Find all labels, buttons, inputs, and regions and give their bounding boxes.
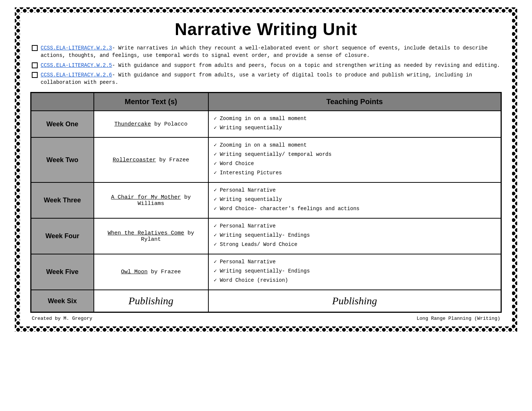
checkbox-1 [32, 45, 38, 51]
teaching-cell-2: ✓Personal Narrative✓Writing sequentially… [208, 182, 501, 218]
checkmark-icon: ✓ [214, 169, 217, 177]
standard-text-3: CCSS.ELA-LITERACY.W.2.6- With guidance a… [41, 71, 502, 86]
checkmark-icon: ✓ [214, 115, 217, 123]
mentor-cell-3: When the Relatives Come by Rylant [94, 218, 208, 254]
table-row: Week OneThundercake by Polacco✓Zooming i… [31, 111, 501, 137]
checkmark-icon: ✓ [214, 232, 217, 239]
teaching-point: ✓Writing sequentially [214, 196, 496, 203]
week-cell-4: Week Five [31, 254, 94, 290]
teaching-cell-publishing: Publishing [208, 290, 501, 312]
checkmark-icon: ✓ [214, 277, 217, 284]
header-teaching: Teaching Points [208, 93, 501, 111]
teaching-point: ✓Personal Narrative [214, 258, 496, 266]
mentor-cell-0: Thundercake by Polacco [94, 111, 208, 137]
checkmark-icon: ✓ [214, 124, 217, 132]
teaching-cell-1: ✓Zooming in on a small moment✓Writing se… [208, 137, 501, 182]
teaching-point: ✓Personal Narrative [214, 222, 496, 230]
table-row: Week ThreeA Chair for My Mother by Willi… [31, 182, 501, 218]
standard-link-2[interactable]: CCSS.ELA-LITERACY.W.2.5 [41, 62, 112, 68]
checkmark-icon: ✓ [214, 241, 217, 249]
standards-list: CCSS.ELA-LITERACY.W.2.3- Write narrative… [30, 44, 502, 86]
standard-item-2: CCSS.ELA-LITERACY.W.2.5- With guidance a… [32, 62, 502, 69]
checkbox-2 [32, 62, 38, 68]
teaching-point: ✓Strong Leads/ Word Choice [214, 241, 496, 249]
teaching-point: ✓Writing sequentially- Endings [214, 232, 496, 239]
week-cell-1: Week Two [31, 137, 94, 182]
table-row: Week TwoRollercoaster by Frazee✓Zooming … [31, 137, 501, 182]
standard-item-3: CCSS.ELA-LITERACY.W.2.6- With guidance a… [32, 71, 502, 86]
checkmark-icon: ✓ [214, 205, 217, 213]
mentor-cell-2: A Chair for My Mother by Williams [94, 182, 208, 218]
checkmark-icon: ✓ [214, 151, 217, 158]
teaching-cell-4: ✓Personal Narrative✓Writing sequentially… [208, 254, 501, 290]
footer-right: Long Range Planning (Writing) [417, 316, 500, 321]
week-cell-3: Week Four [31, 218, 94, 254]
checkmark-icon: ✓ [214, 141, 217, 149]
checkmark-icon: ✓ [214, 196, 217, 203]
standard-text-2: CCSS.ELA-LITERACY.W.2.5- With guidance a… [41, 62, 500, 69]
checkmark-icon: ✓ [214, 258, 217, 266]
table-row: Week FiveOwl Moon by Frazee✓Personal Nar… [31, 254, 501, 290]
teaching-cell-3: ✓Personal Narrative✓Writing sequentially… [208, 218, 501, 254]
standard-link-1[interactable]: CCSS.ELA-LITERACY.W.2.3 [41, 45, 112, 51]
teaching-cell-0: ✓Zooming in on a small moment✓Writing se… [208, 111, 501, 137]
standard-item-1: CCSS.ELA-LITERACY.W.2.3- Write narrative… [32, 44, 502, 59]
standard-text-1: CCSS.ELA-LITERACY.W.2.3- Write narrative… [41, 44, 502, 59]
main-table: Mentor Text (s) Teaching Points Week One… [30, 92, 502, 313]
table-row: Week FourWhen the Relatives Come by Ryla… [31, 218, 501, 254]
week-cell-5: Week Six [31, 290, 94, 312]
footer: Created by M. Gregory Long Range Plannin… [30, 316, 502, 321]
checkmark-icon: ✓ [214, 186, 217, 194]
mentor-cell-1: Rollercoaster by Frazee [94, 137, 208, 182]
inner-content: Narrative Writing Unit CCSS.ELA-LITERACY… [20, 13, 512, 326]
teaching-point: ✓Word Choice (revision) [214, 277, 496, 284]
mentor-cell-4: Owl Moon by Frazee [94, 254, 208, 290]
week-cell-2: Week Three [31, 182, 94, 218]
table-header-row: Mentor Text (s) Teaching Points [31, 93, 501, 111]
mentor-title-2: A Chair for My Mother [111, 194, 181, 201]
teaching-point: ✓Writing sequentially/ temporal words [214, 151, 496, 158]
mentor-title-0: Thundercake [114, 121, 151, 127]
teaching-point: ✓Zooming in on a small moment [214, 115, 496, 123]
teaching-point: ✓Writing sequentially [214, 124, 496, 132]
teaching-point: ✓Writing sequentially- Endings [214, 267, 496, 275]
checkbox-3 [32, 72, 38, 78]
teaching-point: ✓Word Choice- character's feelings and a… [214, 205, 496, 213]
teaching-point: ✓ Interesting Pictures [214, 169, 496, 177]
header-mentor: Mentor Text (s) [94, 93, 208, 111]
footer-left: Created by M. Gregory [32, 316, 92, 321]
checkmark-icon: ✓ [214, 160, 217, 168]
mentor-title-1: Rollercoaster [113, 157, 156, 163]
mentor-cell-publishing: Publishing [94, 290, 208, 312]
table-row: Week SixPublishingPublishing [31, 290, 501, 312]
mentor-title-4: Owl Moon [121, 269, 147, 275]
header-week [31, 93, 94, 111]
week-cell-0: Week One [31, 111, 94, 137]
standard-link-3[interactable]: CCSS.ELA-LITERACY.W.2.6 [41, 72, 112, 78]
mentor-title-3: When the Relatives Come [108, 230, 184, 236]
page-wrapper: Narrative Writing Unit CCSS.ELA-LITERACY… [15, 7, 517, 332]
teaching-point: ✓Zooming in on a small moment [214, 141, 496, 149]
checkmark-icon: ✓ [214, 267, 217, 275]
checkmark-icon: ✓ [214, 222, 217, 230]
page-title: Narrative Writing Unit [30, 19, 502, 39]
teaching-point: ✓Personal Narrative [214, 186, 496, 194]
teaching-point: ✓Word Choice [214, 160, 496, 168]
